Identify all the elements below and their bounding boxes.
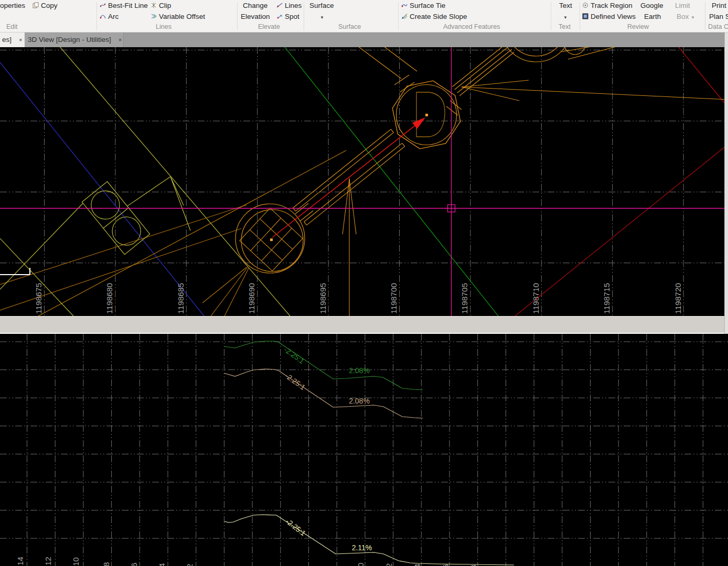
station-labels: 1198675 1198680 1198685 1198690 1198695 … bbox=[34, 282, 682, 314]
group-label-review: Review bbox=[627, 23, 649, 30]
limit-box-button-line2[interactable]: Box ▼ bbox=[677, 13, 695, 22]
track-region-icon bbox=[582, 2, 588, 8]
defined-views-button[interactable]: Defined Views bbox=[582, 13, 636, 21]
utility-line-blue[interactable] bbox=[0, 62, 204, 316]
svg-text:14: 14 bbox=[16, 557, 25, 565]
svg-text:0: 0 bbox=[356, 563, 365, 566]
vertical-arrow-annotation bbox=[342, 178, 356, 316]
svg-text:1198720: 1198720 bbox=[673, 282, 682, 314]
svg-text:2.08%: 2.08% bbox=[349, 366, 370, 375]
surface-tie-icon bbox=[401, 2, 408, 8]
tab-3d-view[interactable]: 3D View [Design - Utilities]× bbox=[25, 32, 124, 47]
svg-text:1198680: 1198680 bbox=[105, 282, 114, 314]
variable-offset-icon bbox=[151, 13, 157, 19]
properties-button[interactable]: operties bbox=[0, 2, 25, 10]
svg-text:-2.25:1: -2.25:1 bbox=[284, 372, 307, 392]
svg-text:-2.25:1: -2.25:1 bbox=[284, 517, 307, 538]
svg-text:1198675: 1198675 bbox=[34, 283, 43, 314]
plan-sheet-button[interactable]: Plan S bbox=[709, 13, 728, 21]
pipe-run-upleft[interactable] bbox=[356, 47, 417, 79]
utility-line-red-upper[interactable] bbox=[679, 47, 724, 103]
print-button[interactable]: Print bbox=[712, 2, 726, 10]
utility-line-brown-3[interactable] bbox=[38, 150, 346, 316]
limit-box-button[interactable]: Limit bbox=[675, 2, 690, 10]
upper-manhole-structure[interactable] bbox=[500, 47, 624, 62]
surface-tie-button[interactable]: Surface Tie bbox=[401, 2, 445, 10]
best-fit-line-icon bbox=[100, 2, 106, 8]
utility-line-red-lower[interactable] bbox=[515, 147, 724, 316]
track-region-button[interactable]: Track Region bbox=[582, 2, 633, 10]
pipe-run-upper[interactable] bbox=[452, 47, 514, 96]
svg-text:1198685: 1198685 bbox=[176, 283, 185, 314]
arc-icon bbox=[100, 13, 106, 19]
arc-button[interactable]: Arc bbox=[100, 13, 119, 21]
svg-text:-2.25:1: -2.25:1 bbox=[283, 345, 306, 366]
change-elevation-button[interactable]: Change bbox=[243, 2, 267, 10]
utility-line-green[interactable] bbox=[285, 47, 498, 316]
svg-text:8: 8 bbox=[102, 562, 111, 566]
group-label-data: Data C bbox=[708, 23, 728, 30]
svg-text:4: 4 bbox=[157, 563, 166, 566]
copy-button[interactable]: Copy bbox=[33, 2, 58, 10]
svg-text:2.11%: 2.11% bbox=[352, 543, 372, 552]
viewport-splitter[interactable] bbox=[0, 316, 728, 334]
view-tab-bar: es]× 3D View [Design - Utilities]× bbox=[0, 32, 728, 47]
spot-icon bbox=[276, 13, 283, 19]
crosshair-cursor bbox=[0, 47, 728, 316]
catch-basin-center-marker bbox=[270, 238, 273, 241]
profile-annotations: -2.25:1 2.08% -2.25:1 2.08% -2.25:1 2.11… bbox=[283, 345, 372, 552]
svg-text:2.08%: 2.08% bbox=[349, 397, 370, 405]
manhole-center-marker bbox=[425, 114, 428, 116]
profile-viewport[interactable]: -2.25:1 2.08% -2.25:1 2.08% -2.25:1 2.11… bbox=[0, 334, 728, 566]
vertical-scrollbar[interactable] bbox=[724, 32, 728, 334]
google-earth-button[interactable]: Google bbox=[640, 2, 663, 10]
elevate-lines-icon bbox=[276, 2, 283, 8]
google-earth-button-line2[interactable]: Earth bbox=[644, 13, 661, 21]
svg-text:6: 6 bbox=[441, 564, 450, 566]
svg-text:1198690: 1198690 bbox=[247, 282, 256, 314]
svg-text:1198710: 1198710 bbox=[531, 282, 540, 314]
red-flow-arrow bbox=[272, 117, 425, 237]
change-elevation-button-line2[interactable]: Elevation bbox=[241, 13, 270, 21]
surface-dropdown-button[interactable]: Surface bbox=[309, 2, 334, 10]
group-label-edit: Edit bbox=[6, 23, 18, 30]
clip-icon bbox=[151, 2, 157, 8]
clip-button[interactable]: Clip bbox=[151, 2, 171, 10]
catch-basin-leader-lines bbox=[202, 267, 249, 316]
svg-text:6: 6 bbox=[130, 563, 138, 566]
create-side-slope-button[interactable]: Create Side Slope bbox=[401, 13, 467, 21]
group-label-advanced-features: Advanced Features bbox=[443, 23, 500, 30]
group-label-lines: Lines bbox=[156, 23, 172, 30]
flow-arrow-annotation bbox=[462, 80, 728, 101]
chevron-down-icon[interactable]: ▼ bbox=[563, 14, 568, 22]
svg-text:4: 4 bbox=[413, 564, 422, 566]
utility-line-yellow-2[interactable] bbox=[0, 203, 83, 289]
svg-text:10: 10 bbox=[71, 557, 80, 566]
utility-line-yellow[interactable] bbox=[59, 47, 290, 316]
close-icon[interactable]: × bbox=[119, 37, 122, 43]
copy-icon bbox=[33, 2, 39, 8]
elevate-lines-button[interactable]: Lines bbox=[276, 2, 302, 10]
offset-labels: 14 12 10 8 6 4 2 0 2 4 6 8 bbox=[16, 557, 478, 566]
svg-text:1198695: 1198695 bbox=[318, 283, 327, 314]
defined-views-icon bbox=[582, 13, 588, 19]
text-dropdown-button[interactable]: Text bbox=[559, 2, 572, 10]
plan-grid bbox=[0, 47, 728, 316]
svg-text:12: 12 bbox=[44, 557, 52, 565]
plan-viewport[interactable]: 1198675 1198680 1198685 1198690 1198695 … bbox=[0, 47, 728, 316]
svg-text:1198705: 1198705 bbox=[460, 283, 469, 314]
tab-plan-view[interactable]: es]× bbox=[0, 32, 25, 47]
chevron-down-icon[interactable]: ▼ bbox=[320, 14, 324, 22]
variable-offset-button[interactable]: Variable Offset bbox=[151, 13, 205, 21]
best-fit-line-button[interactable]: Best-Fit Line bbox=[100, 2, 148, 10]
group-label-text: Text bbox=[559, 23, 571, 30]
svg-text:1198715: 1198715 bbox=[602, 283, 611, 314]
svg-text:1198700: 1198700 bbox=[389, 282, 398, 314]
close-icon[interactable]: × bbox=[19, 37, 22, 43]
spot-button[interactable]: Spot bbox=[276, 13, 299, 21]
profile-line-pale[interactable] bbox=[224, 515, 514, 565]
svg-text:2: 2 bbox=[185, 564, 194, 566]
svg-text:2: 2 bbox=[384, 563, 393, 566]
create-side-slope-icon bbox=[401, 13, 408, 19]
group-label-surface: Surface bbox=[338, 23, 361, 30]
